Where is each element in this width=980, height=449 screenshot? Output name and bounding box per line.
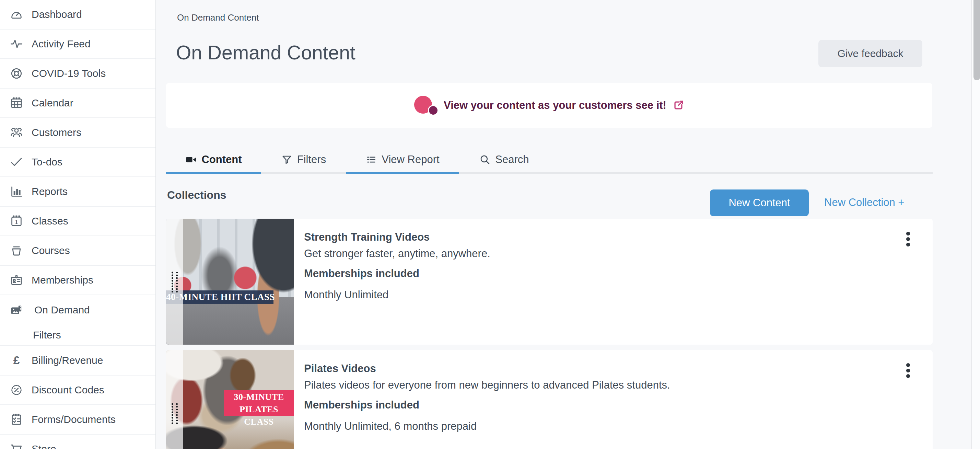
drag-dots-icon	[170, 403, 179, 424]
sidebar-item-label: Discount Codes	[32, 384, 104, 396]
sidebar-item-label: Memberships	[32, 274, 93, 286]
svg-text:£: £	[13, 354, 20, 366]
collection-thumbnail: 30-MINUTE PILATES CLASS	[166, 350, 294, 449]
sidebar-item-activity-feed[interactable]: Activity Feed	[0, 30, 156, 59]
sidebar-item-forms-documents[interactable]: Forms/Documents	[0, 405, 156, 435]
checkmark-icon	[9, 154, 24, 170]
sidebar-item-billing-revenue[interactable]: £ Billing/Revenue	[0, 346, 156, 376]
sidebar-item-memberships[interactable]: Memberships	[0, 266, 156, 295]
sidebar-item-on-demand-filters[interactable]: Filters	[0, 325, 156, 346]
kebab-menu-icon[interactable]	[906, 363, 910, 380]
basket-icon	[9, 243, 24, 258]
sidebar-item-label: Forms/Documents	[32, 414, 116, 425]
sidebar-item-calendar[interactable]: Calendar	[0, 89, 156, 118]
thumbnail-caption: 30-MINUTE PILATES CLASS	[224, 390, 294, 416]
drag-handle[interactable]	[166, 219, 183, 345]
sidebar-item-label: Reports	[32, 186, 68, 197]
tab-search[interactable]: Search	[459, 147, 549, 174]
brand-circles-icon	[414, 96, 438, 115]
sidebar-item-covid-tools[interactable]: COVID-19 Tools	[0, 59, 156, 89]
on-demand-content-page: Dashboard Activity Feed COVID-19 Tools C…	[0, 0, 980, 449]
discount-badge-icon	[9, 382, 24, 398]
tab-filters[interactable]: Filters	[261, 147, 346, 174]
sidebar-item-label: Courses	[32, 245, 70, 256]
pound-icon: £	[9, 353, 24, 368]
sidebar-item-label: Calendar	[32, 97, 73, 109]
memberships-included-label: Memberships included	[304, 399, 419, 411]
kebab-menu-icon[interactable]	[906, 232, 910, 248]
collection-title: Pilates Videos	[304, 363, 376, 375]
sidebar: Dashboard Activity Feed COVID-19 Tools C…	[0, 0, 156, 449]
calendar-day-icon: 1	[9, 213, 24, 229]
content-tabs: Content Filters View Report Search	[166, 147, 933, 174]
customer-view-link[interactable]: View your content as your customers see …	[444, 99, 667, 111]
sidebar-item-label: COVID-19 Tools	[32, 68, 106, 79]
sidebar-item-dashboard[interactable]: Dashboard	[0, 0, 156, 30]
sidebar-item-todos[interactable]: To-dos	[0, 148, 156, 177]
tab-view-report[interactable]: View Report	[346, 147, 459, 174]
bar-chart-icon	[9, 184, 24, 199]
sidebar-item-label: Store	[32, 443, 56, 449]
sidebar-item-on-demand[interactable]: On Demand	[0, 295, 156, 325]
dashboard-gauge-icon	[9, 7, 24, 22]
svg-text:1: 1	[15, 219, 18, 225]
forms-clipboard-icon	[9, 412, 24, 427]
new-collection-link[interactable]: New Collection +	[824, 196, 904, 209]
lifebuoy-icon	[9, 66, 24, 81]
tab-content[interactable]: Content	[166, 147, 261, 174]
customers-icon	[9, 125, 24, 140]
sidebar-item-label: Billing/Revenue	[32, 355, 103, 366]
collection-title: Strength Training Videos	[304, 231, 430, 244]
give-feedback-button[interactable]: Give feedback	[818, 40, 922, 67]
page-title: On Demand Content	[176, 41, 355, 64]
collection-description: Pilates videos for everyone from new beg…	[304, 379, 670, 391]
tab-label: View Report	[382, 153, 439, 166]
sidebar-item-label: Dashboard	[32, 9, 82, 20]
sidebar-item-reports[interactable]: Reports	[0, 177, 156, 207]
calendar-icon	[9, 96, 24, 110]
tab-label: Search	[495, 153, 529, 166]
activity-pulse-icon	[9, 37, 24, 51]
drag-dots-icon	[170, 271, 179, 293]
funnel-icon	[281, 154, 293, 166]
tab-bar-divider	[549, 147, 933, 174]
sidebar-item-customers[interactable]: Customers	[0, 118, 156, 148]
external-link-icon[interactable]	[673, 100, 684, 111]
sidebar-item-label: Customers	[32, 127, 81, 139]
tab-label: Filters	[297, 153, 326, 166]
media-film-icon	[9, 303, 24, 317]
list-icon	[366, 154, 377, 166]
cart-icon	[9, 441, 24, 449]
collection-description: Get stronger faster, anytime, anywhere.	[304, 247, 490, 260]
sidebar-item-classes[interactable]: 1 Classes	[0, 207, 156, 236]
collections-heading: Collections	[167, 189, 226, 202]
sidebar-item-label: Filters	[33, 329, 61, 341]
id-card-icon	[9, 272, 24, 288]
sidebar-item-label: To-dos	[32, 156, 62, 168]
search-icon	[479, 154, 491, 166]
breadcrumb: On Demand Content	[177, 12, 259, 23]
customer-view-banner: View your content as your customers see …	[166, 83, 932, 128]
sidebar-item-courses[interactable]: Courses	[0, 236, 156, 266]
memberships-included-value: Monthly Unlimited, 6 months prepaid	[304, 420, 477, 433]
new-content-button[interactable]: New Content	[710, 189, 809, 216]
drag-handle[interactable]	[166, 350, 183, 449]
sidebar-item-label: On Demand	[34, 304, 90, 316]
tab-label: Content	[201, 153, 242, 166]
sidebar-item-label: Classes	[32, 215, 68, 227]
sidebar-item-discount-codes[interactable]: Discount Codes	[0, 376, 156, 405]
collection-card-pilates: 30-MINUTE PILATES CLASS Pilates Videos P…	[166, 350, 933, 449]
memberships-included-value: Monthly Unlimited	[304, 289, 388, 301]
caption-line: 30-MINUTE	[224, 391, 294, 403]
collection-thumbnail: 40-MINUTE HIIT CLASS	[166, 219, 294, 345]
sidebar-item-label: Activity Feed	[32, 38, 91, 50]
caption-line: PILATES CLASS	[224, 403, 294, 428]
memberships-included-label: Memberships included	[304, 267, 419, 280]
sidebar-item-store[interactable]: Store	[0, 435, 156, 449]
collection-card-strength-training: 40-MINUTE HIIT CLASS Strength Training V…	[166, 219, 933, 345]
scrollbar-thumb[interactable]	[974, 0, 980, 80]
video-camera-icon	[185, 154, 197, 166]
